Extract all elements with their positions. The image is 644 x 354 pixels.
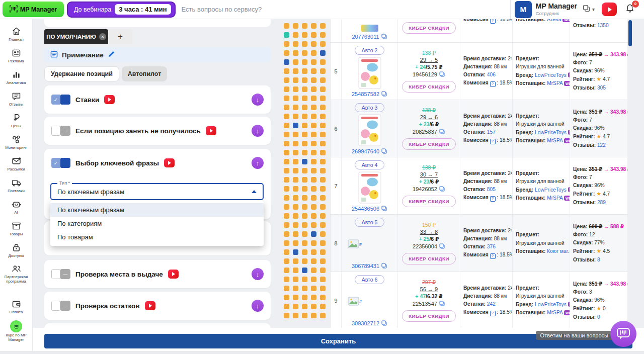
position-dot[interactable] <box>320 168 326 173</box>
copy-icon[interactable] <box>381 91 387 97</box>
position-dot[interactable] <box>320 249 326 255</box>
type-select[interactable]: Тип * По ключевым фразам <box>50 183 264 200</box>
position-dot[interactable] <box>320 114 326 119</box>
position-dot[interactable] <box>311 23 316 29</box>
position-dot[interactable] <box>284 86 289 92</box>
workspace-switcher[interactable]: ▾ <box>582 4 595 15</box>
position-dot[interactable] <box>284 141 289 146</box>
copy-icon[interactable] <box>439 128 445 135</box>
position-dot[interactable] <box>320 59 326 65</box>
position-dot[interactable] <box>311 68 316 74</box>
position-dot[interactable] <box>284 105 289 110</box>
position-dot[interactable] <box>302 249 307 255</box>
supplier-link[interactable]: MrSPA <box>547 138 562 143</box>
position-dot[interactable] <box>293 23 298 29</box>
stock-link[interactable]: 805 <box>487 187 496 192</box>
position-dot[interactable] <box>284 268 289 273</box>
position-dot[interactable] <box>311 132 316 137</box>
cyber-discounts-button[interactable]: КИБЕР СКИДКИ <box>402 81 456 93</box>
product-image[interactable] <box>358 57 381 89</box>
position-dot[interactable] <box>311 50 316 56</box>
copy-icon[interactable] <box>439 243 445 249</box>
webinar-banner[interactable]: До вебинара 3 часа : 41 мин <box>67 2 176 18</box>
position-dot[interactable] <box>320 159 326 164</box>
position-dot[interactable] <box>284 132 289 137</box>
position-dot[interactable] <box>293 222 298 228</box>
position-dot[interactable] <box>293 96 298 101</box>
position-dot[interactable] <box>320 304 326 309</box>
position-dot[interactable] <box>320 177 326 183</box>
sidebar-item-box[interactable]: Товары <box>0 221 32 237</box>
position-dot[interactable] <box>311 186 316 192</box>
article-number[interactable]: 269947640 <box>352 148 387 154</box>
copy-icon[interactable] <box>381 205 387 212</box>
position-dot[interactable] <box>284 213 289 219</box>
dropdown-option-products[interactable]: По товарам <box>50 230 264 244</box>
position-dot[interactable] <box>311 114 316 119</box>
position-dot[interactable] <box>320 313 326 318</box>
auto-campaign-badge[interactable]: Авто 3 <box>355 103 385 112</box>
expand-button[interactable]: ↓ <box>252 300 264 312</box>
position-dot[interactable] <box>320 204 326 210</box>
position-dot[interactable] <box>311 96 316 101</box>
position-dot[interactable] <box>302 32 307 38</box>
position-dot[interactable] <box>311 213 316 219</box>
brand-link[interactable]: LowPriceToys <box>535 187 567 193</box>
copy-icon[interactable] <box>381 320 387 326</box>
position-dot[interactable] <box>284 123 289 128</box>
question-icon[interactable]: ? <box>490 139 496 144</box>
bids-toggle[interactable]: ✓ <box>51 95 70 105</box>
position-dot[interactable] <box>284 177 289 183</box>
position-dot[interactable] <box>311 204 316 210</box>
position-dot[interactable] <box>311 286 316 291</box>
sidebar-item-people[interactable]: Партнерская программа <box>0 263 32 284</box>
stock-link[interactable]: 376 <box>487 244 496 249</box>
video-channel-button[interactable] <box>602 3 617 16</box>
reviews-link[interactable]: 305 <box>597 85 606 91</box>
position-dot[interactable] <box>302 150 307 155</box>
expand-button[interactable]: ↓ <box>252 125 264 137</box>
copy-icon[interactable] <box>439 186 445 192</box>
position-dot[interactable] <box>293 105 298 110</box>
expand-button[interactable]: ↓ <box>252 268 264 280</box>
position-dot[interactable] <box>320 150 326 155</box>
position-dot[interactable] <box>284 204 289 210</box>
position-fail-toggle[interactable]: — <box>51 126 70 136</box>
position-dot[interactable] <box>320 68 326 74</box>
position-dot[interactable] <box>302 23 307 29</box>
position-dot[interactable] <box>311 177 316 183</box>
article-number[interactable]: 254436506 <box>352 205 387 212</box>
position-dot[interactable] <box>320 41 326 47</box>
position-dot[interactable] <box>311 59 316 65</box>
position-dot[interactable] <box>284 59 289 65</box>
reviews-link[interactable]: 0 <box>597 314 600 320</box>
position-dot[interactable] <box>293 204 298 210</box>
auto-campaign-badge[interactable]: Авто 2 <box>355 46 385 55</box>
article-number[interactable]: 207763011 <box>352 33 387 40</box>
position-dot[interactable] <box>293 304 298 309</box>
position-dot[interactable] <box>320 222 326 228</box>
position-dot[interactable] <box>293 277 298 282</box>
position-dot[interactable] <box>284 313 289 318</box>
app-logo[interactable]: MP Manager <box>3 2 64 17</box>
auto-campaign-badge[interactable]: Авто 5 <box>355 218 385 227</box>
position-dot[interactable] <box>311 240 316 246</box>
position-dot[interactable] <box>293 295 298 300</box>
question-icon[interactable]: ? <box>490 253 496 259</box>
position-dot[interactable] <box>293 141 298 146</box>
position-dot[interactable] <box>284 277 289 282</box>
position-dot[interactable] <box>302 68 307 74</box>
scrollbar-thumb[interactable] <box>628 20 632 46</box>
supplier-link[interactable]: Azeva <box>547 19 561 22</box>
position-dot[interactable] <box>293 168 298 173</box>
position-dot[interactable] <box>320 77 326 83</box>
position-dot[interactable] <box>302 177 307 183</box>
position-dot[interactable] <box>284 23 289 29</box>
position-dot[interactable] <box>320 105 326 110</box>
position-dot[interactable] <box>302 222 307 228</box>
sidebar-item-ruble[interactable]: Цены <box>0 113 32 129</box>
brand-link[interactable]: LowPriceToys <box>535 130 567 135</box>
position-dot[interactable] <box>284 77 289 83</box>
position-dot[interactable] <box>284 150 289 155</box>
video-help-icon[interactable] <box>206 126 216 135</box>
